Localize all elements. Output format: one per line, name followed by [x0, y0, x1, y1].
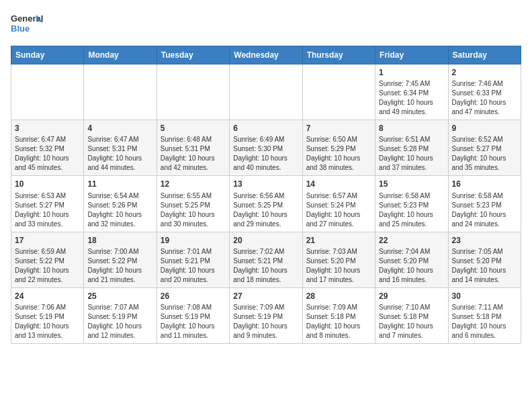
- day-info: Sunrise: 7:46 AM Sunset: 6:33 PM Dayligh…: [452, 79, 517, 117]
- day-cell: 15Sunrise: 6:58 AM Sunset: 5:23 PM Dayli…: [375, 176, 448, 232]
- day-number: 30: [452, 291, 517, 302]
- day-number: 12: [161, 179, 226, 189]
- day-cell: 27Sunrise: 7:09 AM Sunset: 5:19 PM Dayli…: [230, 287, 302, 343]
- day-info: Sunrise: 6:57 AM Sunset: 5:24 PM Dayligh…: [306, 191, 371, 229]
- logo-svg: GeneralBlue: [11, 11, 44, 38]
- day-number: 4: [87, 123, 152, 134]
- header-area: GeneralBlue: [11, 11, 521, 38]
- day-info: Sunrise: 6:54 AM Sunset: 5:26 PM Dayligh…: [87, 191, 152, 229]
- day-info: Sunrise: 7:09 AM Sunset: 5:19 PM Dayligh…: [233, 303, 298, 340]
- day-number: 9: [452, 123, 517, 134]
- day-number: 19: [161, 235, 226, 246]
- day-info: Sunrise: 7:11 AM Sunset: 5:18 PM Dayligh…: [452, 303, 517, 340]
- weekday-header-sunday: Sunday: [11, 46, 84, 64]
- day-cell: 24Sunrise: 7:06 AM Sunset: 5:19 PM Dayli…: [11, 287, 84, 343]
- svg-text:Blue: Blue: [11, 24, 30, 34]
- day-number: 7: [306, 123, 371, 134]
- day-cell: [302, 64, 375, 120]
- day-cell: 5Sunrise: 6:48 AM Sunset: 5:31 PM Daylig…: [157, 120, 229, 176]
- day-info: Sunrise: 7:10 AM Sunset: 5:18 PM Dayligh…: [379, 303, 444, 340]
- day-cell: 30Sunrise: 7:11 AM Sunset: 5:18 PM Dayli…: [448, 287, 521, 343]
- day-cell: 23Sunrise: 7:05 AM Sunset: 5:20 PM Dayli…: [448, 232, 521, 287]
- week-row-2: 3Sunrise: 6:47 AM Sunset: 5:32 PM Daylig…: [11, 120, 521, 176]
- weekday-header-row: SundayMondayTuesdayWednesdayThursdayFrid…: [11, 46, 521, 64]
- day-number: 22: [379, 235, 444, 246]
- day-cell: 7Sunrise: 6:50 AM Sunset: 5:29 PM Daylig…: [302, 120, 375, 176]
- day-info: Sunrise: 6:48 AM Sunset: 5:31 PM Dayligh…: [161, 135, 226, 173]
- day-cell: 1Sunrise: 7:45 AM Sunset: 6:34 PM Daylig…: [375, 64, 448, 120]
- day-cell: 16Sunrise: 6:58 AM Sunset: 5:23 PM Dayli…: [448, 176, 521, 232]
- day-number: 26: [161, 291, 226, 302]
- day-cell: 3Sunrise: 6:47 AM Sunset: 5:32 PM Daylig…: [11, 120, 84, 176]
- day-info: Sunrise: 7:45 AM Sunset: 6:34 PM Dayligh…: [379, 79, 444, 117]
- day-number: 16: [452, 179, 517, 189]
- day-info: Sunrise: 6:51 AM Sunset: 5:28 PM Dayligh…: [379, 135, 444, 173]
- day-info: Sunrise: 7:05 AM Sunset: 5:20 PM Dayligh…: [452, 247, 517, 285]
- weekday-header-wednesday: Wednesday: [230, 46, 302, 64]
- day-info: Sunrise: 7:09 AM Sunset: 5:18 PM Dayligh…: [306, 303, 371, 340]
- day-number: 18: [87, 235, 152, 246]
- day-number: 21: [306, 235, 371, 246]
- day-cell: 12Sunrise: 6:55 AM Sunset: 5:25 PM Dayli…: [157, 176, 229, 232]
- day-cell: 8Sunrise: 6:51 AM Sunset: 5:28 PM Daylig…: [375, 120, 448, 176]
- day-number: 20: [233, 235, 298, 246]
- day-cell: 26Sunrise: 7:08 AM Sunset: 5:19 PM Dayli…: [157, 287, 229, 343]
- day-cell: 17Sunrise: 6:59 AM Sunset: 5:22 PM Dayli…: [11, 232, 84, 287]
- day-info: Sunrise: 6:58 AM Sunset: 5:23 PM Dayligh…: [379, 191, 444, 229]
- logo: GeneralBlue: [11, 11, 44, 38]
- day-number: 23: [452, 235, 517, 246]
- weekday-header-friday: Friday: [375, 46, 448, 64]
- day-info: Sunrise: 6:52 AM Sunset: 5:27 PM Dayligh…: [452, 135, 517, 173]
- week-row-5: 24Sunrise: 7:06 AM Sunset: 5:19 PM Dayli…: [11, 287, 521, 343]
- day-number: 25: [87, 291, 152, 302]
- day-info: Sunrise: 7:02 AM Sunset: 5:21 PM Dayligh…: [233, 247, 298, 285]
- day-number: 27: [233, 291, 298, 302]
- day-cell: 20Sunrise: 7:02 AM Sunset: 5:21 PM Dayli…: [230, 232, 302, 287]
- day-info: Sunrise: 7:06 AM Sunset: 5:19 PM Dayligh…: [15, 303, 80, 340]
- weekday-header-tuesday: Tuesday: [157, 46, 229, 64]
- day-info: Sunrise: 6:56 AM Sunset: 5:25 PM Dayligh…: [233, 191, 298, 229]
- day-cell: 21Sunrise: 7:03 AM Sunset: 5:20 PM Dayli…: [302, 232, 375, 287]
- week-row-1: 1Sunrise: 7:45 AM Sunset: 6:34 PM Daylig…: [11, 64, 521, 120]
- day-cell: [84, 64, 157, 120]
- day-info: Sunrise: 7:08 AM Sunset: 5:19 PM Dayligh…: [161, 303, 226, 340]
- day-info: Sunrise: 7:01 AM Sunset: 5:21 PM Dayligh…: [161, 247, 226, 285]
- day-number: 3: [15, 123, 80, 134]
- day-number: 29: [379, 291, 444, 302]
- day-cell: [230, 64, 302, 120]
- day-cell: 13Sunrise: 6:56 AM Sunset: 5:25 PM Dayli…: [230, 176, 302, 232]
- day-cell: 11Sunrise: 6:54 AM Sunset: 5:26 PM Dayli…: [84, 176, 157, 232]
- day-cell: 25Sunrise: 7:07 AM Sunset: 5:19 PM Dayli…: [84, 287, 157, 343]
- day-cell: 29Sunrise: 7:10 AM Sunset: 5:18 PM Dayli…: [375, 287, 448, 343]
- day-cell: 9Sunrise: 6:52 AM Sunset: 5:27 PM Daylig…: [448, 120, 521, 176]
- week-row-4: 17Sunrise: 6:59 AM Sunset: 5:22 PM Dayli…: [11, 232, 521, 287]
- day-cell: [11, 64, 84, 120]
- day-cell: 2Sunrise: 7:46 AM Sunset: 6:33 PM Daylig…: [448, 64, 521, 120]
- day-number: 13: [233, 179, 298, 189]
- day-cell: 4Sunrise: 6:47 AM Sunset: 5:31 PM Daylig…: [84, 120, 157, 176]
- day-info: Sunrise: 6:55 AM Sunset: 5:25 PM Dayligh…: [161, 191, 226, 229]
- day-info: Sunrise: 6:47 AM Sunset: 5:31 PM Dayligh…: [87, 135, 152, 173]
- day-info: Sunrise: 7:07 AM Sunset: 5:19 PM Dayligh…: [87, 303, 152, 340]
- day-number: 10: [15, 179, 80, 189]
- day-info: Sunrise: 6:59 AM Sunset: 5:22 PM Dayligh…: [15, 247, 80, 285]
- weekday-header-saturday: Saturday: [448, 46, 521, 64]
- weekday-header-thursday: Thursday: [302, 46, 375, 64]
- day-info: Sunrise: 6:47 AM Sunset: 5:32 PM Dayligh…: [15, 135, 80, 173]
- day-number: 11: [87, 179, 152, 189]
- day-number: 15: [379, 179, 444, 189]
- day-number: 6: [233, 123, 298, 134]
- day-info: Sunrise: 7:03 AM Sunset: 5:20 PM Dayligh…: [306, 247, 371, 285]
- day-cell: 10Sunrise: 6:53 AM Sunset: 5:27 PM Dayli…: [11, 176, 84, 232]
- day-cell: 14Sunrise: 6:57 AM Sunset: 5:24 PM Dayli…: [302, 176, 375, 232]
- day-cell: 22Sunrise: 7:04 AM Sunset: 5:20 PM Dayli…: [375, 232, 448, 287]
- day-cell: 18Sunrise: 7:00 AM Sunset: 5:22 PM Dayli…: [84, 232, 157, 287]
- day-number: 17: [15, 235, 80, 246]
- day-cell: 28Sunrise: 7:09 AM Sunset: 5:18 PM Dayli…: [302, 287, 375, 343]
- day-number: 5: [161, 123, 226, 134]
- day-info: Sunrise: 6:49 AM Sunset: 5:30 PM Dayligh…: [233, 135, 298, 173]
- day-number: 2: [452, 67, 517, 78]
- weekday-header-monday: Monday: [84, 46, 157, 64]
- day-number: 8: [379, 123, 444, 134]
- day-info: Sunrise: 6:58 AM Sunset: 5:23 PM Dayligh…: [452, 191, 517, 229]
